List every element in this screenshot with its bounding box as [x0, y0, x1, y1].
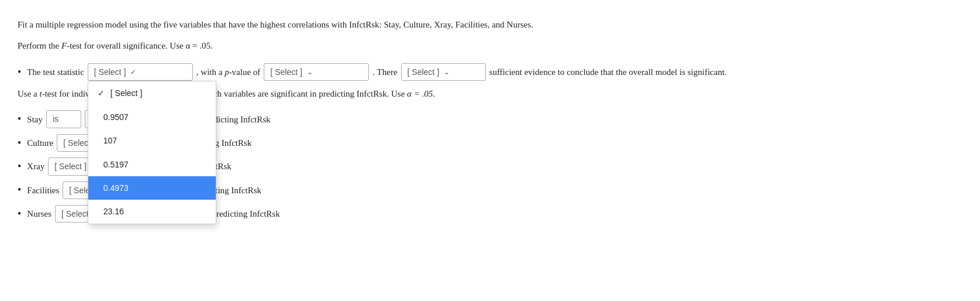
variable-nurses-label: Nurses — [27, 207, 51, 221]
test-statistic-line: • The test statistic [ Select ] ✓ ✓ [ Se… — [18, 63, 962, 81]
dropdown-item-label-107: 107 — [103, 134, 117, 147]
page-content: Fit a multiple regression model using th… — [18, 18, 962, 223]
dropdown-item-label-0-9507: 0.9507 — [103, 111, 129, 124]
pvalue-dropdown-label: [ Select ] — [270, 66, 302, 78]
there-dropdown[interactable]: [ Select ] ⌄ — [401, 63, 486, 81]
check-icon: ✓ — [98, 87, 105, 100]
test-statistic-dropdown[interactable]: [ Select ] ✓ — [88, 63, 193, 81]
bullet-dot-culture: • — [18, 135, 21, 152]
dropdown-item-0-9507[interactable]: 0.9507 — [88, 105, 216, 129]
variable-culture-label: Culture — [27, 136, 53, 150]
chevron-down-icon-3: ⌄ — [444, 67, 450, 78]
test-stat-mid2: . There — [372, 65, 397, 79]
there-dropdown-label: [ Select ] — [408, 66, 439, 78]
stay-connector-dropdown[interactable]: is — [46, 110, 81, 128]
test-statistic-section: • The test statistic [ Select ] ✓ ✓ [ Se… — [18, 63, 962, 81]
bullet-dot-facilities: • — [18, 182, 21, 199]
bullet-dot-stay: • — [18, 111, 21, 128]
dropdown-item-label-0-4973: 0.4973 — [103, 182, 129, 194]
stay-connector-label: is — [53, 112, 58, 125]
xray-dropdown-label: [ Select ] — [54, 160, 86, 173]
t-test-text: Use a t-test for individual significance… — [18, 89, 435, 98]
dropdown-item-0-4973[interactable]: 0.4973 — [88, 176, 216, 200]
dropdown-item-23-16[interactable]: 23.16 — [88, 200, 216, 223]
dropdown-item-select[interactable]: ✓ [ Select ] — [88, 81, 216, 105]
test-statistic-dropdown-label: [ Select ] — [94, 66, 126, 78]
chevron-down-icon: ✓ — [130, 67, 136, 78]
dropdown-item-label-0-5197: 0.5197 — [103, 158, 129, 171]
there-dropdown-wrapper: [ Select ] ⌄ — [401, 63, 486, 81]
intro-text-line1: Fit a multiple regression model using th… — [18, 20, 533, 29]
f-test-period: . — [211, 41, 213, 50]
f-test-mid: -test for overall significance. Use — [67, 41, 185, 50]
dropdown-item-label-23-16: 23.16 — [103, 205, 124, 218]
bullet-dot-xray: • — [18, 158, 21, 175]
intro-line1: Fit a multiple regression model using th… — [18, 18, 962, 32]
bullet-dot-1: • — [18, 64, 21, 81]
variable-stay-label: Stay — [27, 112, 43, 126]
bullet-dot-nurses: • — [18, 206, 21, 223]
test-statistic-dropdown-wrapper: [ Select ] ✓ ✓ [ Select ] 0.9507 1 — [88, 63, 193, 81]
f-test-prefix: Perform the — [18, 41, 61, 50]
test-stat-mid1: , with a p-value of — [196, 65, 261, 79]
dropdown-item-label: [ Select ] — [111, 87, 142, 100]
test-stat-prefix: The test statistic — [27, 65, 84, 79]
f-test-line: Perform the F-test for overall significa… — [18, 39, 962, 53]
variable-facilities-label: Facilities — [27, 183, 59, 197]
dropdown-item-0-5197[interactable]: 0.5197 — [88, 153, 216, 176]
pvalue-dropdown[interactable]: [ Select ] ⌄ — [264, 63, 369, 81]
test-statistic-dropdown-popup: ✓ [ Select ] 0.9507 107 0.5197 — [88, 81, 216, 224]
f-letter: F — [61, 41, 67, 50]
stay-connector-dropdown-wrapper: is — [46, 110, 81, 128]
alpha-value: α = .05 — [185, 41, 211, 50]
chevron-down-icon-2: ⌄ — [307, 67, 313, 78]
variable-xray-label: Xray — [27, 159, 44, 173]
test-stat-suffix: sufficient evidence to conclude that the… — [489, 65, 727, 79]
pvalue-dropdown-wrapper: [ Select ] ⌄ — [264, 63, 369, 81]
dropdown-item-107[interactable]: 107 — [88, 129, 216, 152]
